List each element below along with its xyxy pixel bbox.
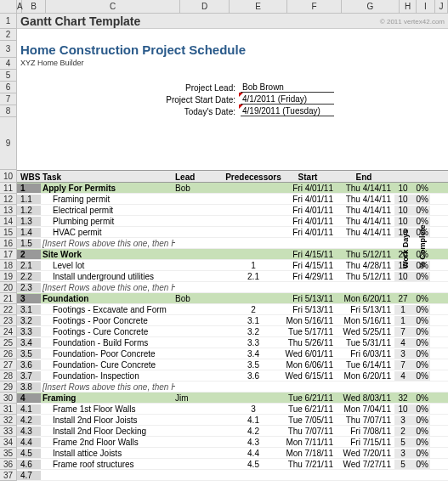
- days-cell[interactable]: 10: [394, 195, 411, 204]
- end-cell[interactable]: Wed 7/20/11: [337, 449, 394, 458]
- wbs-cell[interactable]: 2.3: [17, 283, 41, 292]
- predecessors-cell[interactable]: 4.3: [224, 438, 282, 447]
- wbs-cell[interactable]: 4.2: [17, 415, 41, 425]
- end-cell[interactable]: Mon 5/16/11: [337, 316, 394, 325]
- col-header-J[interactable]: J: [435, 0, 448, 13]
- task-cell[interactable]: Install attice Joists: [41, 449, 175, 458]
- predecessors-cell[interactable]: 3.3: [224, 338, 282, 348]
- task-cell[interactable]: Framing: [41, 393, 175, 403]
- task-row[interactable]: 1.2Electrical permitFri 4/01/11Thu 4/14/…: [17, 205, 448, 216]
- pct-cell[interactable]: 0%: [411, 393, 430, 403]
- start-cell[interactable]: Fri 4/01/11: [282, 206, 337, 215]
- start-cell[interactable]: Wed 6/01/11: [282, 349, 337, 359]
- task-cell[interactable]: Apply For Permits: [41, 184, 175, 193]
- wbs-cell[interactable]: 3: [17, 294, 41, 303]
- wbs-cell[interactable]: 2.1: [17, 261, 41, 270]
- task-cell[interactable]: [Insert Rows above this one, then Hide o…: [41, 283, 175, 292]
- days-cell[interactable]: 5: [394, 438, 411, 447]
- start-cell[interactable]: Fri 5/13/11: [282, 305, 337, 314]
- start-cell[interactable]: Fri 4/01/11: [282, 228, 337, 237]
- predecessors-cell[interactable]: 2.1: [224, 272, 282, 281]
- row-header[interactable]: 29: [0, 381, 17, 393]
- meta-value[interactable]: Bob Brown: [241, 82, 334, 93]
- end-cell[interactable]: Thu 4/14/11: [337, 228, 394, 237]
- wbs-cell[interactable]: 3.3: [17, 327, 41, 336]
- col-header-E[interactable]: E: [230, 0, 287, 13]
- end-cell[interactable]: Wed 7/27/11: [337, 460, 394, 469]
- row-header[interactable]: 15: [0, 227, 17, 238]
- pct-cell[interactable]: 0%: [411, 371, 430, 381]
- row-header[interactable]: 21: [0, 293, 17, 304]
- row-header[interactable]: 36: [0, 459, 17, 470]
- task-cell[interactable]: Foundation- Cure Concrete: [41, 360, 175, 370]
- start-cell[interactable]: Thu 7/07/11: [282, 427, 337, 436]
- task-row[interactable]: 3.4Foundation - Build Forms3.3Thu 5/26/1…: [17, 337, 448, 348]
- pct-cell[interactable]: 0%: [411, 338, 430, 348]
- row-header[interactable]: 13: [0, 205, 17, 216]
- wbs-cell[interactable]: 3.8: [17, 382, 41, 392]
- days-cell[interactable]: 3: [394, 349, 411, 359]
- row-header[interactable]: 2: [0, 29, 17, 41]
- end-cell[interactable]: Wed 5/25/11: [337, 327, 394, 336]
- row-header[interactable]: 16: [0, 238, 17, 249]
- wbs-cell[interactable]: 1.1: [17, 195, 41, 204]
- start-cell[interactable]: Fri 4/29/11: [282, 272, 337, 281]
- start-cell[interactable]: Mon 5/16/11: [282, 316, 337, 325]
- pct-cell[interactable]: 0%: [411, 195, 430, 204]
- col-header-rownum[interactable]: [0, 0, 17, 13]
- end-cell[interactable]: Thu 4/14/11: [337, 184, 394, 193]
- col-header-C[interactable]: C: [46, 0, 180, 13]
- meta-value[interactable]: 4/1/2011 (Friday): [241, 94, 334, 105]
- days-cell[interactable]: 10: [394, 404, 411, 414]
- row-header[interactable]: 25: [0, 337, 17, 348]
- predecessors-cell[interactable]: 4.1: [224, 415, 282, 425]
- days-cell[interactable]: 1: [394, 316, 411, 325]
- row-header[interactable]: 7: [0, 93, 17, 105]
- task-cell[interactable]: Foundation- Poor Concrete: [41, 349, 175, 359]
- task-row[interactable]: 3.8[Insert Rows above this one, then Hid…: [17, 381, 448, 393]
- pct-cell[interactable]: 0%: [411, 438, 430, 447]
- section-row[interactable]: 1Apply For PermitsBobFri 4/01/11Thu 4/14…: [17, 183, 448, 194]
- end-cell[interactable]: Thu 4/14/11: [337, 206, 394, 215]
- col-header-G[interactable]: G: [342, 0, 400, 13]
- task-cell[interactable]: Frame roof structures: [41, 460, 175, 469]
- task-cell[interactable]: [Insert Rows above this one, then Hide o…: [41, 382, 175, 392]
- days-cell[interactable]: 4: [394, 338, 411, 348]
- task-row[interactable]: 2.3[Insert Rows above this one, then Hid…: [17, 282, 448, 293]
- end-cell[interactable]: Thu 7/07/11: [337, 415, 394, 425]
- row-header[interactable]: 28: [0, 370, 17, 381]
- task-cell[interactable]: Footings - Cure Concrete: [41, 327, 175, 336]
- task-row[interactable]: 3.7Foundation- Inspection3.6Wed 6/15/11M…: [17, 370, 448, 381]
- days-cell[interactable]: 32: [394, 393, 411, 403]
- row-header[interactable]: 12: [0, 194, 17, 205]
- section-row[interactable]: 3FoundationBobFri 5/13/11Mon 6/20/11270%: [17, 293, 448, 304]
- task-row[interactable]: 4.7: [17, 470, 448, 481]
- task-row[interactable]: 3.3Footings - Cure Concrete3.2Tue 5/17/1…: [17, 326, 448, 337]
- wbs-cell[interactable]: 3.2: [17, 316, 41, 325]
- predecessors-cell[interactable]: 4.5: [224, 460, 282, 469]
- predecessors-cell[interactable]: 3.5: [224, 360, 282, 370]
- predecessors-cell[interactable]: 3: [224, 404, 282, 414]
- end-cell[interactable]: Wed 8/03/11: [337, 393, 394, 403]
- end-cell[interactable]: Fri 6/03/11: [337, 349, 394, 359]
- wbs-cell[interactable]: 3.5: [17, 349, 41, 359]
- wbs-cell[interactable]: 2: [17, 250, 41, 259]
- start-cell[interactable]: Tue 6/21/11: [282, 393, 337, 403]
- days-cell[interactable]: 2: [394, 427, 411, 436]
- task-cell[interactable]: Install 2nd Floor Decking: [41, 427, 175, 436]
- start-cell[interactable]: Tue 6/21/11: [282, 404, 337, 414]
- days-cell[interactable]: 10: [394, 184, 411, 193]
- task-cell[interactable]: Framing permit: [41, 195, 175, 204]
- task-row[interactable]: 3.6Foundation- Cure Concrete3.5Mon 6/06/…: [17, 359, 448, 370]
- meta-value[interactable]: 4/19/2011 (Tuesday): [241, 106, 334, 116]
- col-header-F[interactable]: F: [287, 0, 342, 13]
- task-cell[interactable]: Footings - Excavate and Form: [41, 305, 175, 314]
- task-cell[interactable]: Foundation: [41, 294, 175, 303]
- task-row[interactable]: 4.6Frame roof structures4.5Thu 7/21/11We…: [17, 459, 448, 470]
- end-cell[interactable]: Mon 7/04/11: [337, 404, 394, 414]
- wbs-cell[interactable]: 1.3: [17, 217, 41, 226]
- row-header[interactable]: 19: [0, 271, 17, 282]
- row-header[interactable]: 30: [0, 393, 17, 404]
- task-row[interactable]: 4.1Frame 1st Floor Walls3Tue 6/21/11Mon …: [17, 404, 448, 415]
- wbs-cell[interactable]: 1: [17, 184, 41, 193]
